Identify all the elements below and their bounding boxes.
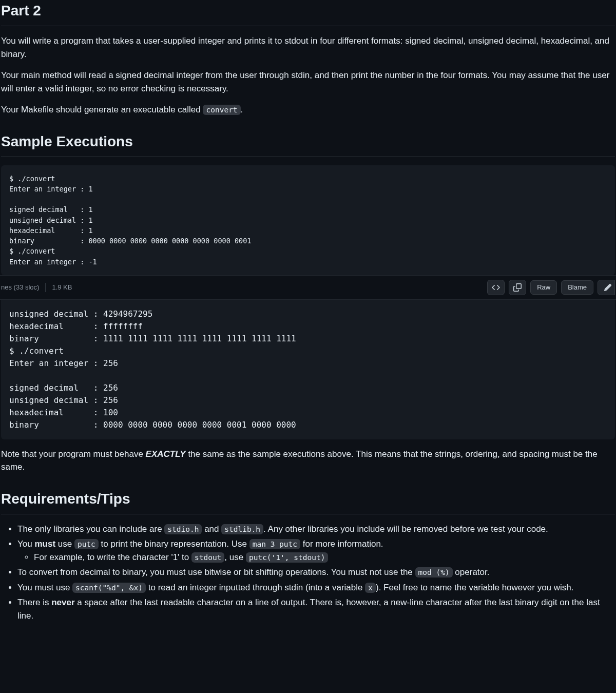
code-stdio: stdio.h	[164, 524, 202, 534]
copy-icon	[513, 283, 522, 292]
heading-requirements: Requirements/Tips	[1, 488, 615, 514]
code-putc: putc	[74, 539, 99, 549]
list-item: You must use scanf("%d", &x) to read an …	[17, 581, 615, 594]
text: There is	[17, 598, 51, 607]
text: to read an integer inputted through stdi…	[146, 583, 365, 592]
toolbar-right: Raw Blame	[487, 280, 615, 295]
text: , use	[224, 552, 246, 562]
text: To convert from decimal to binary, you m…	[17, 567, 415, 577]
sub-list: For example, to write the character '1' …	[17, 551, 615, 564]
heading-part-2: Part 2	[1, 0, 615, 26]
raw-button[interactable]: Raw	[530, 280, 557, 295]
file-toolbar: nes (33 sloc) 1.9 KB Raw Blame	[0, 275, 616, 300]
code-view-button[interactable]	[487, 280, 505, 295]
text: operator.	[453, 567, 490, 577]
paragraph-note: Note that your program must behave EXACT…	[1, 448, 615, 474]
paragraph-makefile: Your Makefile should generate an executa…	[1, 103, 615, 117]
text: Your Makefile should generate an executa…	[1, 105, 203, 114]
text: ). Feel free to name the variable howeve…	[376, 583, 574, 592]
text: . Any other libraries you include will b…	[263, 524, 548, 534]
code-content: unsigned decimal : 4294967295 hexadecima…	[9, 308, 607, 431]
list-item: The only libraries you can include are s…	[17, 523, 615, 536]
code-convert: convert	[203, 105, 240, 115]
paragraph-main: Your main method will read a signed deci…	[1, 69, 615, 95]
requirements-list: The only libraries you can include are s…	[1, 523, 615, 623]
text: a space after the last readable characte…	[17, 598, 600, 621]
code-content: $ ./convert Enter an integer : 1 signed …	[9, 174, 607, 267]
code-man-putc: man 3 putc	[249, 539, 300, 549]
heading-sample-executions: Sample Executions	[1, 131, 615, 157]
code-block-sample-1: $ ./convert Enter an integer : 1 signed …	[1, 165, 615, 275]
text: You must use	[17, 583, 72, 592]
text: The only libraries you can include are	[17, 524, 164, 534]
code-scanf: scanf("%d", &x)	[72, 583, 146, 593]
text: use	[55, 539, 74, 549]
text: You	[17, 539, 34, 549]
text: to print the binary representation. Use	[99, 539, 249, 549]
list-item: You must use putc to print the binary re…	[17, 537, 615, 564]
list-item: There is never a space after the last re…	[17, 596, 615, 622]
text: and	[202, 524, 221, 534]
copy-button[interactable]	[509, 280, 526, 295]
size-info: 1.9 KB	[52, 282, 72, 293]
exactly-emphasis: EXACTLY	[146, 449, 186, 459]
code-stdlib: stdlib.h	[221, 524, 263, 534]
code-mod: mod (%)	[415, 567, 453, 578]
code-x: x	[365, 583, 376, 593]
paragraph-intro: You will write a program that takes a us…	[1, 34, 615, 61]
text: .	[241, 105, 243, 114]
list-item: To convert from decimal to binary, you m…	[17, 566, 615, 579]
code-stdout: stdout	[191, 552, 224, 563]
text: For example, to write the character '1' …	[34, 552, 191, 562]
code-icon	[492, 283, 500, 292]
must-emphasis: must	[34, 539, 55, 549]
pencil-icon	[604, 283, 612, 292]
lines-info: nes (33 sloc)	[1, 282, 39, 293]
code-block-sample-2: unsigned decimal : 4294967295 hexadecima…	[1, 300, 615, 439]
toolbar-left: nes (33 sloc) 1.9 KB	[1, 282, 72, 293]
text: for more information.	[300, 539, 383, 549]
more-button[interactable]	[598, 280, 615, 295]
text: Note that your program must behave	[1, 449, 146, 459]
list-item: For example, to write the character '1' …	[34, 551, 615, 564]
code-putc-call: putc('1', stdout)	[246, 552, 328, 563]
never-emphasis: never	[51, 598, 74, 607]
divider	[45, 283, 46, 292]
blame-button[interactable]: Blame	[561, 280, 593, 295]
